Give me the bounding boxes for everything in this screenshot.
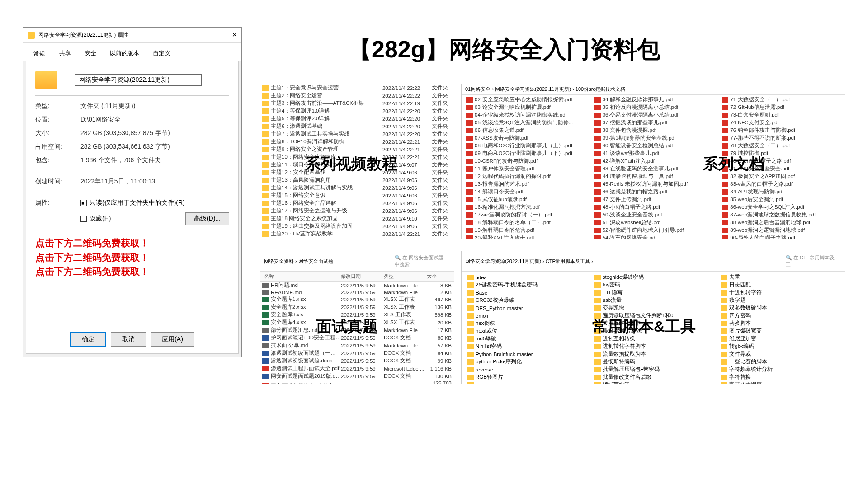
breadcrumb[interactable]: 网络安全资料 › 网络安全面试题 <box>264 258 333 265</box>
list-item[interactable]: 74-NFC支付安全.pdf <box>720 119 842 127</box>
advanced-button[interactable]: 高级(D)... <box>185 212 229 225</box>
list-item[interactable]: 双参数爆破脚本 <box>719 304 841 312</box>
list-item[interactable]: 主题6：渗透测试基础2022/11/4 22:20文件夹 <box>260 122 454 130</box>
close-icon[interactable]: × <box>232 30 237 40</box>
list-item[interactable]: 频域盲水印 <box>592 381 715 384</box>
list-item[interactable]: steghide爆破密码 <box>592 273 715 281</box>
list-item[interactable]: 26键盘密码-手机键盘密码 <box>465 281 588 289</box>
breadcrumb[interactable]: 01网络安全 › 网络安全学习资源(2022.11月更新) › 100份src挖… <box>465 86 625 93</box>
table-row[interactable]: 技术面 分享.md2022/11/5 9:59Markdown File57 K… <box>260 342 454 349</box>
table-row[interactable]: 安全题库2.xlsx2022/11/5 9:59XLSX 工作表136 KB <box>260 303 454 311</box>
list-item[interactable]: 主题18.网络安全之系统加固2022/11/4 9:10文件夹 <box>260 215 454 222</box>
list-item[interactable]: 主题12：安全配置基线2022/11/4 9:06文件夹 <box>260 169 454 176</box>
list-item[interactable]: 80-Sven的白帽子之路.pdf <box>720 157 842 165</box>
list-item[interactable]: 06-信息收集之道.pdf <box>464 127 587 134</box>
list-item[interactable]: emoji <box>465 312 588 319</box>
apply-button[interactable]: 应用(A) <box>151 332 194 347</box>
ok-button[interactable]: 确定 <box>70 332 106 347</box>
table-row[interactable]: HR问题.md2022/11/5 9:59Markdown File8 KB <box>260 282 454 289</box>
list-item[interactable]: Nihilist密码 <box>465 343 588 350</box>
list-item[interactable]: 字符频率统计分析 <box>719 366 841 373</box>
list-item[interactable]: 41-谈谈waf那些事儿.pdf <box>592 150 715 157</box>
list-item[interactable]: 主题2：网络安全运营2022/11/4 22:22文件夹 <box>260 92 454 99</box>
list-item[interactable]: RGB转图片 <box>465 373 588 381</box>
list-item[interactable]: 曼彻斯特编码 <box>592 358 715 366</box>
list-item[interactable]: 47-文件上传漏洞.pdf <box>592 196 715 203</box>
list-item[interactable]: 批量修改文件名后缀 <box>592 373 715 381</box>
list-item[interactable]: 主题14：渗透测试工具讲解与实战2022/11/4 9:06文件夹 <box>260 184 454 192</box>
list-item[interactable]: 81-APP安全那些安全.pdf <box>720 165 842 173</box>
list-item[interactable]: 替换脚本 <box>719 319 841 327</box>
list-item[interactable]: 常用反解密脚本 <box>592 319 715 327</box>
list-item[interactable]: 39-第1期服务器的安全基线.pdf <box>592 134 715 142</box>
list-item[interactable]: Base <box>465 289 588 296</box>
list-item[interactable]: 83-v蓝风的白帽子之路.pdf <box>720 180 842 188</box>
list-item[interactable]: 图片爆破宽高 <box>719 327 841 335</box>
list-item[interactable]: 45-Redis 未授权访问漏洞与加固.pdf <box>592 180 715 188</box>
list-item[interactable]: rot <box>465 381 588 384</box>
list-item[interactable]: 89-web漏洞之逻辑漏洞地球.pdf <box>720 226 842 234</box>
list-item[interactable]: 14-解读口令安全.pdf <box>464 188 587 196</box>
list-item[interactable]: 流量数据提取脚本 <box>592 350 715 358</box>
list-item[interactable]: 42-详解XPath注入.pdf <box>592 157 715 165</box>
list-item[interactable]: 15-武仪征hub笔录.pdf <box>464 196 587 203</box>
list-item[interactable]: 主题8：TOP10漏洞详解和防御2022/11/4 22:21文件夹 <box>260 138 454 145</box>
list-item[interactable]: 主题19：路由交换及网络设备加固2022/11/4 9:06文件夹 <box>260 222 454 230</box>
list-item[interactable]: 字节转大端序 <box>719 381 841 384</box>
table-row[interactable]: 护网面试笔记+DD安全工程师笔试问...2022/11/5 9:59DOCX 文… <box>260 334 454 342</box>
readonly-checkbox[interactable] <box>80 200 87 206</box>
list-item[interactable]: 08-电商和O2O行业防刷那事儿（上）.pdf <box>464 142 587 150</box>
table-row[interactable]: 渗透测试初级面试题.docx2022/11/5 9:59DOCX 文档99 KB <box>260 357 454 365</box>
list-item[interactable]: 85-web后安全漏洞.pdf <box>720 196 842 203</box>
column-header[interactable]: 大小 <box>423 272 450 281</box>
tab-1[interactable]: 共享 <box>53 47 77 61</box>
list-item[interactable]: 34-解释金融反欺诈那事儿.pdf <box>592 96 715 103</box>
list-item[interactable]: 72-GitHub信息泄露.pdf <box>720 103 842 111</box>
list-item[interactable]: Python-Brainfuck-master <box>465 350 588 358</box>
list-item[interactable]: 11-账户体系安全管理.pdf <box>464 165 587 173</box>
column-header[interactable]: 名称 <box>260 272 337 281</box>
list-item[interactable]: 05-浅谈恶意SQL注入漏洞的防御与防修... <box>464 119 587 127</box>
list-item[interactable]: 38-文件包含漫漫探.pdf <box>592 127 715 134</box>
column-header[interactable]: 修改日期 <box>337 272 380 281</box>
list-item[interactable]: 主题1：安全意识与安全运营2022/11/4 22:22文件夹 <box>260 84 454 92</box>
list-item[interactable]: 批量解压压缩包+带密码 <box>592 366 715 373</box>
list-item[interactable]: 四方密码 <box>719 312 841 319</box>
list-item[interactable]: 主题20：HV蓝军实战教学2022/11/4 22:21文件夹 <box>260 230 454 238</box>
list-item[interactable]: 36-交易支付漫漫隔离小总结.pdf <box>592 111 715 119</box>
list-item[interactable]: 43-在线验证码的安全测事儿.pdf <box>592 165 715 173</box>
list-item[interactable]: 20-解释XML注入攻击.pdf <box>464 234 587 239</box>
list-item[interactable]: 73-白盒安全原则.pdf <box>720 111 842 119</box>
list-item[interactable]: 18-解释弱口令的名单（二）.pdf <box>464 219 587 226</box>
list-item[interactable]: 谍报-替换音标法 <box>592 327 715 335</box>
list-item[interactable]: 一些比赛的脚本 <box>719 358 841 366</box>
list-item[interactable]: 51-深攻webshell总结.pdf <box>592 219 715 226</box>
list-item[interactable]: 90-局外人的白帽子之路.pdf <box>720 234 842 239</box>
list-item[interactable]: 十进制转字符 <box>719 289 841 296</box>
list-item[interactable]: 50-浅谈企业安全基线.pdf <box>592 211 715 219</box>
table-row[interactable]: README.md2022/11/5 9:59Markdown File2 KB <box>260 289 454 296</box>
table-row[interactable]: 安全题库3.xls2022/11/5 9:59XLS 工作表598 KB <box>260 311 454 319</box>
list-item[interactable]: 17-src漏洞攻防的探讨（一）.pdf <box>464 211 587 219</box>
list-item[interactable]: 13-报告漏洞的艺术.pdf <box>464 180 587 188</box>
list-item[interactable]: toy密码 <box>592 281 715 289</box>
list-item[interactable]: 日志匹配 <box>719 281 841 289</box>
list-item[interactable]: 19-解释弱口令的危害.pdf <box>464 226 587 234</box>
tab-4[interactable]: 自定义 <box>146 47 177 61</box>
list-item[interactable]: 字符替换 <box>719 373 841 381</box>
list-item[interactable]: 维尼亚加密 <box>719 335 841 343</box>
list-item[interactable]: 主题9：网络安全之资产管理2022/11/4 22:21文件夹 <box>260 145 454 153</box>
list-item[interactable]: 进制转化字符脚本 <box>592 343 715 350</box>
list-item[interactable]: 主题13：高风险漏洞利用2022/11/4 9:05文件夹 <box>260 176 454 184</box>
list-item[interactable]: 主题21：WEB中间件和数据库加固2022/11/4 22:21文件夹 <box>260 238 454 239</box>
table-row[interactable]: 网安面试题面试题2019版.docx2022/11/5 9:59DOCX 文档1… <box>260 372 454 380</box>
list-item[interactable]: 03-论安全漏洞响应机制扩展.pdf <box>464 103 587 111</box>
list-item[interactable]: md5爆破 <box>465 335 588 343</box>
list-item[interactable]: TTL隐写 <box>592 289 715 296</box>
list-item[interactable]: usb流量 <box>592 296 715 304</box>
list-item[interactable]: CRC32校验爆破 <box>465 296 588 304</box>
list-item[interactable]: 主题7：渗透测试工具实操与实战2022/11/4 22:20文件夹 <box>260 130 454 138</box>
list-item[interactable]: 54-汽车的网络安全.pdf <box>592 234 715 239</box>
list-item[interactable]: 变异凯撒 <box>592 304 715 312</box>
list-item[interactable]: 86-web安全学习之SQL注入.pdf <box>720 203 842 211</box>
